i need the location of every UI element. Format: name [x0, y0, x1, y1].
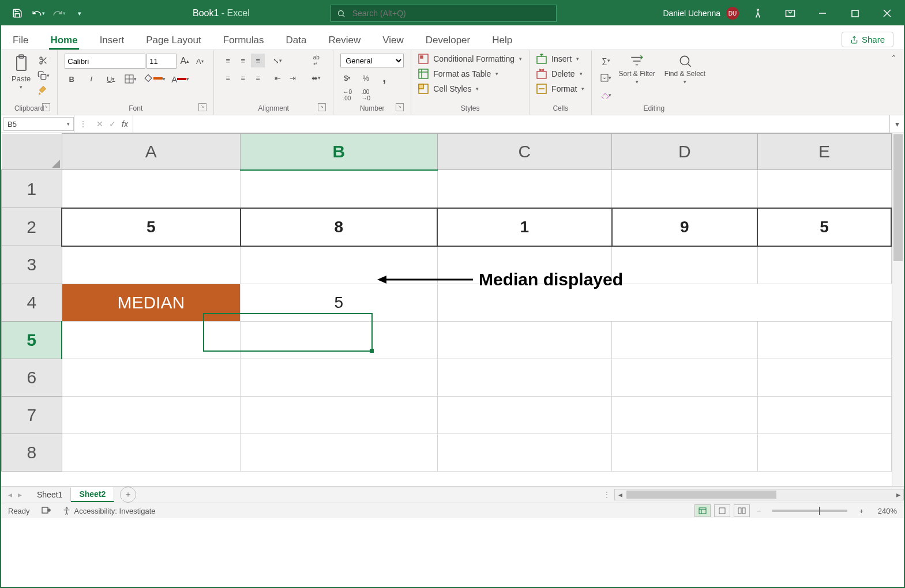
namebox-expand-icon[interactable]: ⋮	[74, 115, 92, 133]
percent-button[interactable]: %	[359, 71, 373, 85]
orientation-button[interactable]: ⤡▾	[271, 54, 284, 67]
tab-insert[interactable]: Insert	[99, 31, 126, 50]
add-sheet-button[interactable]: ＋	[120, 487, 136, 503]
cell-b2[interactable]: 8	[241, 208, 438, 246]
zoom-slider[interactable]	[772, 510, 847, 512]
select-all-corner[interactable]	[2, 134, 62, 170]
undo-icon[interactable]: ▾	[29, 4, 47, 22]
cell-styles-button[interactable]: Cell Styles ▾	[418, 84, 479, 94]
col-header-b[interactable]: B	[241, 134, 438, 170]
tab-home[interactable]: Home	[49, 31, 78, 50]
vertical-scrollbar[interactable]	[892, 133, 904, 486]
close-button[interactable]	[874, 1, 900, 25]
horizontal-scrollbar[interactable]: ◂▸	[614, 489, 904, 500]
paste-button[interactable]: Paste▾	[8, 54, 34, 90]
comma-button[interactable]: ,	[377, 71, 391, 85]
cancel-formula-icon[interactable]: ✕	[96, 119, 103, 129]
row-header-4[interactable]: 4	[2, 284, 62, 321]
user-name[interactable]: Daniel Uchenna	[663, 9, 720, 18]
tab-developer[interactable]: Developer	[425, 31, 472, 50]
row-header-6[interactable]: 6	[2, 359, 62, 396]
tab-page-layout[interactable]: Page Layout	[145, 31, 202, 50]
col-header-d[interactable]: D	[612, 134, 757, 170]
view-normal-button[interactable]	[694, 504, 711, 517]
format-painter-button[interactable]	[36, 84, 50, 97]
formula-expand-icon[interactable]: ▾	[889, 115, 904, 133]
sheet-tab-sheet2[interactable]: Sheet2	[71, 487, 114, 502]
maximize-button[interactable]	[842, 1, 868, 25]
share-button[interactable]: Share	[842, 32, 893, 47]
font-name-select[interactable]	[65, 54, 145, 69]
clipboard-launcher-icon[interactable]: ↘	[42, 103, 50, 111]
decrease-decimal-button[interactable]: .00→0	[359, 88, 373, 102]
tab-review[interactable]: Review	[327, 31, 362, 50]
minimize-button[interactable]	[809, 1, 836, 25]
accessibility-status[interactable]: Accessibility: Investigate	[62, 507, 156, 515]
insert-cells-button[interactable]: Insert ▾	[536, 54, 579, 64]
font-color-button[interactable]: A▾	[171, 72, 189, 86]
increase-decimal-button[interactable]: ←0.00	[340, 88, 354, 102]
row-header-8[interactable]: 8	[2, 434, 62, 471]
row-header-7[interactable]: 7	[2, 396, 62, 434]
alignment-launcher-icon[interactable]: ↘	[318, 103, 326, 111]
cell-e2[interactable]: 5	[757, 208, 891, 246]
col-header-a[interactable]: A	[62, 134, 241, 170]
underline-button[interactable]: U▾	[104, 72, 118, 86]
view-page-break-button[interactable]	[734, 504, 750, 517]
decrease-font-button[interactable]: A▾	[193, 54, 206, 68]
sheet-tab-sheet1[interactable]: Sheet1	[29, 488, 71, 502]
name-box[interactable]: B5▾	[3, 117, 74, 131]
row-header-5[interactable]: 5	[2, 321, 62, 359]
sort-filter-button[interactable]: Sort & Filter▾	[615, 54, 658, 85]
number-launcher-icon[interactable]: ↘	[396, 103, 404, 111]
increase-indent-button[interactable]: ⇥	[286, 71, 299, 85]
user-avatar[interactable]: DU	[726, 7, 739, 20]
zoom-out-button[interactable]: −	[753, 507, 765, 515]
col-header-c[interactable]: C	[437, 134, 612, 170]
col-header-e[interactable]: E	[757, 134, 891, 170]
font-launcher-icon[interactable]: ↘	[198, 103, 206, 111]
cell-d2[interactable]: 9	[612, 208, 757, 246]
wrap-text-button[interactable]: ab↵	[306, 54, 326, 67]
find-select-button[interactable]: Find & Select▾	[661, 54, 709, 85]
delete-cells-button[interactable]: Delete ▾	[536, 69, 582, 79]
bold-button[interactable]: B	[65, 72, 78, 86]
fx-icon[interactable]: fx	[122, 119, 128, 129]
font-size-select[interactable]	[147, 54, 177, 69]
search-input[interactable]	[351, 8, 527, 18]
coming-soon-icon[interactable]	[745, 1, 771, 25]
tab-view[interactable]: View	[381, 31, 405, 50]
ribbon-mode-icon[interactable]	[777, 1, 803, 25]
macro-record-icon[interactable]	[42, 506, 51, 517]
increase-font-button[interactable]: A▴	[178, 54, 191, 68]
spreadsheet-grid[interactable]: A B C D E 1 2 5 8 1 9 5 3 4 MEDIAN 5 5 6…	[1, 133, 892, 472]
row-header-1[interactable]: 1	[2, 170, 62, 208]
sheet-nav-prev-icon[interactable]: ◂	[8, 490, 12, 499]
tab-file[interactable]: File	[12, 31, 29, 50]
zoom-level[interactable]: 240%	[870, 507, 897, 515]
borders-button[interactable]: ▾	[123, 72, 137, 86]
save-icon[interactable]	[8, 4, 27, 22]
tab-help[interactable]: Help	[491, 31, 513, 50]
format-cells-button[interactable]: Format ▾	[536, 84, 584, 94]
italic-button[interactable]: I	[84, 72, 98, 86]
enter-formula-icon[interactable]: ✓	[109, 119, 116, 129]
redo-icon[interactable]: ▾	[50, 4, 68, 22]
align-bottom-button[interactable]: ≡	[251, 54, 265, 67]
fill-color-button[interactable]: ▾	[143, 72, 166, 86]
align-right-button[interactable]: ≡	[251, 71, 265, 85]
align-left-button[interactable]: ≡	[221, 71, 235, 85]
row-header-3[interactable]: 3	[2, 246, 62, 284]
copy-button[interactable]: ▾	[36, 69, 50, 82]
cell-c2[interactable]: 1	[437, 208, 612, 246]
align-center-button[interactable]: ≡	[236, 71, 250, 85]
sheet-nav-next-icon[interactable]: ▸	[18, 490, 22, 499]
conditional-formatting-button[interactable]: Conditional Formatting ▾	[418, 54, 522, 64]
cell-b5-selected[interactable]	[241, 321, 438, 359]
tab-data[interactable]: Data	[285, 31, 308, 50]
cut-button[interactable]	[36, 54, 50, 67]
view-page-layout-button[interactable]	[714, 504, 730, 517]
autosum-button[interactable]: ∑▾	[599, 54, 613, 67]
qat-customize-icon[interactable]: ▾	[70, 4, 89, 22]
cell-a4[interactable]: MEDIAN	[62, 284, 241, 321]
